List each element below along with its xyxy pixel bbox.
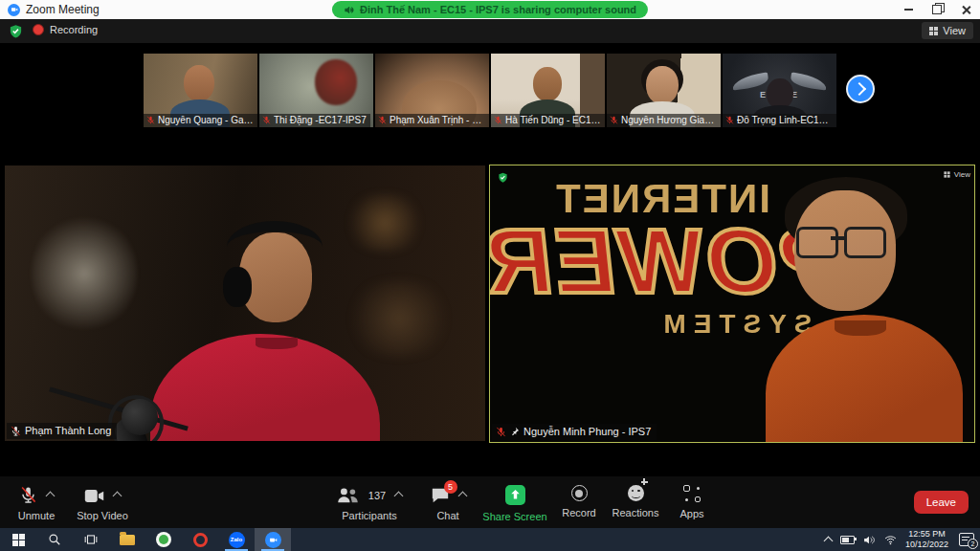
apps-button[interactable]: Apps	[660, 485, 724, 519]
task-view-button[interactable]	[73, 528, 109, 551]
video-options-chevron-icon[interactable]	[113, 492, 122, 501]
taskbar-clock[interactable]: 12:55 PM 10/12/2022	[905, 529, 948, 550]
restore-button[interactable]	[923, 0, 951, 19]
grid-view-icon	[944, 171, 949, 177]
participant-name-tag: Nguyễn Hương Giang...	[607, 114, 721, 127]
participant-name: Nguyễn Hương Giang...	[621, 115, 717, 125]
audio-options-chevron-icon[interactable]	[46, 492, 56, 501]
participant-name-tag: Đỗ Trọng Linh-EC17-I...	[723, 114, 836, 127]
participant-thumbnail[interactable]: Phạm Xuân Trịnh - EC...	[375, 54, 489, 127]
chat-options-chevron-icon[interactable]	[457, 492, 467, 501]
speaker-name-tag: Nguyễn Minh Phung - IPS7	[492, 424, 657, 440]
main-video-left[interactable]: Phạm Thành Long	[5, 165, 485, 441]
muted-mic-icon	[19, 486, 37, 504]
record-icon	[571, 485, 588, 501]
zoom-taskbar-button[interactable]	[255, 528, 291, 551]
muted-mic-icon	[496, 427, 506, 437]
window-controls	[894, 0, 980, 19]
participant-name: Thi Đặng -EC17-IPS7	[274, 115, 367, 125]
windows-taskbar: Zalo 12:55 PM 10/12/2022 2	[0, 528, 980, 551]
speaker-name: Phạm Thành Long	[25, 425, 111, 436]
muted-mic-icon	[494, 116, 502, 124]
meeting-toolbar: Unmute Stop Video 137 Participants 5	[0, 476, 980, 528]
window-title: Zoom Meeting	[26, 3, 100, 16]
zalo-button[interactable]: Zalo	[218, 528, 255, 551]
sharing-sound-banner[interactable]: Đinh Thế Nam - EC15 - IPS7 is sharing co…	[332, 1, 648, 18]
hidden-icons-chevron-icon[interactable]	[824, 536, 834, 545]
record-button[interactable]: Record	[547, 485, 611, 518]
stop-video-label: Stop Video	[77, 510, 128, 521]
participant-thumbnail[interactable]: Thi Đặng -EC17-IPS7	[259, 54, 373, 127]
view-button[interactable]: View	[922, 22, 973, 39]
muted-mic-icon	[11, 426, 21, 436]
apps-label: Apps	[679, 508, 703, 519]
task-view-icon	[84, 533, 98, 546]
zalo-icon: Zalo	[229, 532, 245, 548]
record-label: Record	[562, 507, 595, 518]
coccoc-icon	[156, 532, 171, 547]
zoom-meeting-window: Zoom Meeting Đinh Thế Nam - EC15 - IPS7 …	[0, 0, 980, 551]
speaker-name: Nguyễn Minh Phung - IPS7	[523, 426, 651, 437]
chat-button[interactable]: 5 Chat	[418, 485, 478, 521]
participant-thumbnail[interactable]: Hà Tiến Dũng - EC15 ...	[491, 54, 605, 127]
muted-mic-icon	[725, 116, 734, 124]
apps-icon	[683, 485, 701, 502]
file-explorer-button[interactable]	[109, 528, 145, 551]
leave-button[interactable]: Leave	[914, 491, 969, 514]
stop-video-button[interactable]: Stop Video	[59, 485, 145, 521]
share-screen-label: Share Screen	[482, 511, 546, 522]
camera-icon	[84, 488, 104, 504]
participant-thumbnail[interactable]: Nguyễn Quang - Gac...	[144, 54, 257, 127]
participants-button[interactable]: 137 Participants	[325, 485, 413, 521]
grid-view-icon	[929, 27, 938, 35]
view-button-label: View	[943, 25, 966, 36]
video-scene	[490, 165, 974, 442]
minimize-icon	[904, 9, 913, 11]
participants-icon	[337, 487, 359, 504]
participant-name-tag: Thi Đặng -EC17-IPS7	[259, 114, 370, 127]
share-screen-icon	[505, 485, 525, 505]
participants-options-chevron-icon[interactable]	[394, 492, 404, 501]
close-icon	[961, 5, 970, 14]
chat-label: Chat	[436, 510, 458, 521]
main-video-right[interactable]: INTERNET POWER SYSTEM View Nguyễn Minh P…	[489, 165, 975, 443]
pin-icon	[510, 427, 520, 436]
shared-view-button: View	[943, 170, 970, 179]
tray-date: 10/12/2022	[905, 540, 948, 550]
title-bar: Zoom Meeting Đinh Thế Nam - EC15 - IPS7 …	[0, 0, 980, 19]
windows-logo-icon	[12, 534, 25, 546]
reactions-button[interactable]: Reactions	[603, 485, 668, 518]
minimize-button[interactable]	[894, 0, 923, 19]
speaker-icon	[344, 5, 354, 15]
participants-count: 137	[368, 490, 386, 501]
search-icon	[48, 533, 61, 546]
start-button[interactable]	[0, 528, 36, 551]
search-button[interactable]	[36, 528, 73, 551]
share-screen-button[interactable]: Share Screen	[473, 485, 557, 522]
opera-browser-button[interactable]	[182, 528, 218, 551]
muted-mic-icon	[378, 116, 387, 124]
participant-thumbnail[interactable]: EAGLE Đỗ Trọng Linh-EC17-I...	[723, 54, 836, 127]
encryption-shield-icon[interactable]	[9, 24, 23, 38]
notification-count-badge: 2	[968, 539, 978, 549]
close-button[interactable]	[951, 0, 980, 19]
action-center-button[interactable]: 2	[959, 533, 974, 546]
battery-icon[interactable]	[840, 536, 855, 544]
participant-name-tag: Hà Tiến Dũng - EC15 ...	[491, 114, 605, 127]
coccoc-browser-button[interactable]	[145, 528, 182, 551]
participant-name-tag: Phạm Xuân Trịnh - EC...	[375, 114, 489, 127]
reactions-icon	[628, 485, 644, 501]
folder-icon	[120, 535, 135, 545]
tray-time: 12:55 PM	[905, 529, 948, 540]
recording-label: Recording	[50, 24, 98, 35]
volume-icon[interactable]	[863, 535, 876, 545]
participant-thumbnail[interactable]: Nguyễn Hương Giang...	[607, 54, 721, 127]
wifi-icon[interactable]	[884, 535, 897, 545]
shared-view-label: View	[954, 170, 970, 179]
next-page-button[interactable]	[846, 75, 875, 103]
chevron-right-icon	[852, 82, 865, 96]
recording-indicator[interactable]: Recording	[33, 24, 98, 35]
banner-text: Đinh Thế Nam - EC15 - IPS7 is sharing co…	[360, 4, 636, 15]
opera-icon	[193, 533, 208, 547]
system-tray: 12:55 PM 10/12/2022 2	[825, 528, 980, 551]
